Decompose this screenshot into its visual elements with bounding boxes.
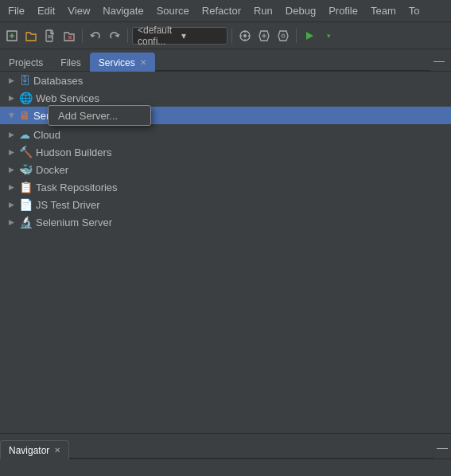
tree-item-selenium[interactable]: 🔬 Selenium Server <box>0 213 451 231</box>
tree-item-js-test-driver[interactable]: 📄 JS Test Driver <box>0 196 451 213</box>
menu-source[interactable]: Source <box>150 2 196 19</box>
web-services-icon: 🌐 <box>19 92 33 104</box>
tab-files-label: Files <box>60 57 80 68</box>
close-project-button[interactable] <box>60 27 78 45</box>
menu-file[interactable]: File <box>2 2 31 19</box>
js-label: JS Test Driver <box>36 199 100 211</box>
svg-marker-19 <box>306 32 313 40</box>
hudson-label: Hudson Builders <box>36 146 111 158</box>
menu-team[interactable]: Team <box>364 2 402 19</box>
tab-bar: Projects Files Services ✕ — <box>0 49 451 72</box>
navigator-label: Navigator <box>9 445 49 456</box>
menu-bar: File Edit View Navigate Source Refactor … <box>0 0 451 22</box>
menu-edit[interactable]: Edit <box>31 2 61 19</box>
menu-view[interactable]: View <box>61 2 96 19</box>
databases-icon: 🗄 <box>19 74 30 87</box>
navigator-area <box>0 458 451 476</box>
config-dropdown[interactable]: <default confi... ▾ <box>132 27 227 45</box>
selenium-label: Selenium Server <box>36 217 112 228</box>
toolbar-sep-2 <box>127 29 128 43</box>
new-project-button[interactable] <box>3 27 21 45</box>
tree-panel: 🗄 Databases 🌐 Web Services 🖥 Servers Add… <box>0 72 451 433</box>
tab-projects[interactable]: Projects <box>0 53 52 72</box>
svg-point-18 <box>282 34 285 37</box>
tab-projects-label: Projects <box>9 57 43 68</box>
main-area: 🗄 Databases 🌐 Web Services 🖥 Servers Add… <box>0 72 451 433</box>
toolbar-sep-4 <box>296 29 297 43</box>
context-menu: Add Server... <box>48 105 151 126</box>
run-dropdown-button[interactable]: ▾ <box>320 27 337 45</box>
menu-profile[interactable]: Profile <box>322 2 364 19</box>
hudson-icon: 🔨 <box>19 146 33 158</box>
web-services-label: Web Services <box>36 92 99 104</box>
tab-files[interactable]: Files <box>52 53 89 72</box>
tab-services-close[interactable]: ✕ <box>140 58 146 67</box>
hudson-arrow <box>6 147 16 157</box>
run-dropdown-arrow: ▾ <box>327 32 331 40</box>
task-label: Task Repositories <box>36 181 118 193</box>
cloud-icon: ☁ <box>19 128 30 141</box>
docker-label: Docker <box>36 164 68 176</box>
bottom-panel: Navigator ✕ — <box>0 433 451 458</box>
toolbar-sep-1 <box>82 29 83 43</box>
tree-item-docker[interactable]: 🐳 Docker <box>0 161 451 178</box>
selenium-icon: 🔬 <box>19 216 33 228</box>
menu-refactor[interactable]: Refactor <box>196 2 247 19</box>
build-button[interactable] <box>255 27 273 45</box>
toolbar-sep-3 <box>231 29 232 43</box>
add-server-label: Add Server... <box>58 110 118 122</box>
run-button[interactable] <box>301 27 318 45</box>
tree-item-cloud[interactable]: ☁ Cloud <box>0 126 451 143</box>
servers-arrow <box>6 111 16 120</box>
task-arrow <box>6 182 16 192</box>
debug-build-button[interactable] <box>274 27 292 45</box>
svg-point-9 <box>243 34 247 37</box>
tab-services[interactable]: Services ✕ <box>90 53 155 72</box>
navigator-close[interactable]: ✕ <box>54 446 60 455</box>
open-file-button[interactable] <box>41 27 59 45</box>
menu-navigate[interactable]: Navigate <box>96 2 150 19</box>
menu-tools[interactable]: To <box>402 2 426 19</box>
open-project-button[interactable] <box>22 27 40 45</box>
config-dropdown-label: <default confi... <box>138 25 178 47</box>
docker-icon: 🐳 <box>19 163 33 176</box>
menu-debug[interactable]: Debug <box>279 2 322 19</box>
cloud-arrow <box>6 130 16 139</box>
tab-services-label: Services <box>99 57 135 68</box>
toolbar: <default confi... ▾ ▾ <box>0 22 451 49</box>
menu-run[interactable]: Run <box>247 2 279 19</box>
databases-label: Databases <box>33 75 83 87</box>
tree-item-web-services[interactable]: 🌐 Web Services <box>0 89 451 107</box>
tree-item-databases[interactable]: 🗄 Databases <box>0 72 451 89</box>
js-arrow <box>6 200 16 209</box>
web-services-arrow <box>6 93 16 103</box>
bottom-tab-spacer <box>69 439 434 458</box>
bottom-panel-minimize[interactable]: — <box>434 441 451 454</box>
js-icon: 📄 <box>19 198 33 211</box>
tree-item-hudson[interactable]: 🔨 Hudson Builders <box>0 143 451 161</box>
docker-arrow <box>6 165 16 174</box>
bottom-tab-navigator[interactable]: Navigator ✕ <box>0 440 69 459</box>
task-icon: 📋 <box>19 181 33 193</box>
context-menu-add-server[interactable]: Add Server... <box>49 106 150 125</box>
svg-marker-17 <box>278 31 288 41</box>
tree-item-task-repositories[interactable]: 📋 Task Repositories <box>0 178 451 196</box>
run-target-button[interactable] <box>236 27 254 45</box>
undo-button[interactable] <box>87 27 104 45</box>
redo-button[interactable] <box>106 27 123 45</box>
config-dropdown-arrow: ▾ <box>181 30 222 41</box>
cloud-label: Cloud <box>33 129 60 141</box>
databases-arrow <box>6 76 16 85</box>
tab-bar-spacer <box>155 52 430 71</box>
selenium-arrow <box>6 217 16 227</box>
servers-icon: 🖥 <box>19 109 30 122</box>
tab-bar-minimize[interactable]: — <box>430 54 448 67</box>
